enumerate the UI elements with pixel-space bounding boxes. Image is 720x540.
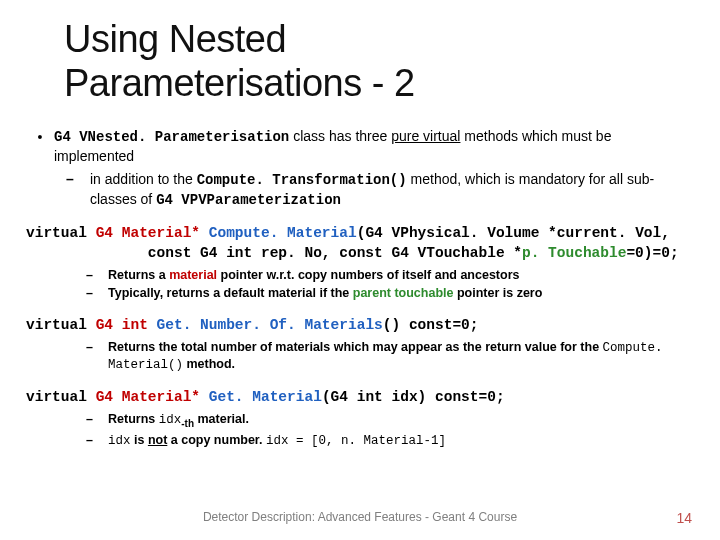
sig3-note1: – Returns idx-th material. (86, 411, 694, 430)
slide-title: Using Nested Parameterisations - 2 (64, 18, 694, 105)
class-name: G4 VNested. Parameterisation (54, 129, 289, 145)
idx-range: idx = [0, n. Material-1] (266, 434, 446, 448)
bullet-dash: – (86, 267, 108, 283)
params-l2c: =0)=0; (626, 245, 678, 261)
material-word: material (169, 268, 217, 282)
bullet-dash: – (86, 432, 108, 449)
intro-bullet: • G4 VNested. Parameterisation class has… (26, 127, 694, 166)
return-type: G4 Material* (96, 225, 200, 241)
t: material. (194, 412, 249, 426)
t: Returns the total number of materials wh… (108, 340, 603, 354)
method-name: Get. Material (200, 389, 322, 405)
sig1-note1: – Returns a material pointer w.r.t. copy… (86, 267, 694, 283)
signature-compute-material: virtual G4 Material* Compute. Material(G… (26, 224, 694, 263)
t: method. (183, 357, 235, 371)
t: Typically, returns a default material if… (108, 286, 353, 300)
note-text: idx is not a copy number. idx = [0, n. M… (108, 432, 446, 449)
t: is (131, 433, 148, 447)
bullet-dash: – (66, 170, 90, 210)
note-text: Returns the total number of materials wh… (108, 339, 694, 374)
slide-body: Using Nested Parameterisations - 2 • G4 … (0, 0, 720, 540)
parent-touchable: parent touchable (353, 286, 454, 300)
sig1-note2: – Typically, returns a default material … (86, 285, 694, 301)
sig3-note2: – idx is not a copy number. idx = [0, n.… (86, 432, 694, 449)
footer-text: Detector Description: Advanced Features … (0, 510, 720, 524)
sig2-note1: – Returns the total number of materials … (86, 339, 694, 374)
idx-code: idx (159, 413, 182, 427)
t: pointer is zero (453, 286, 542, 300)
compute-transformation: Compute. Transformation() (197, 172, 407, 188)
intro-sub-bullet: – in addition to the Compute. Transforma… (66, 170, 694, 210)
not-word: not (148, 433, 167, 447)
bullet-dash: – (86, 285, 108, 301)
method-name: Get. Number. Of. Materials (148, 317, 383, 333)
sub-prefix: in addition to the (90, 171, 197, 187)
idx-code: idx (108, 434, 131, 448)
intro-rest: class has three (289, 128, 391, 144)
signature-get-number: virtual G4 int Get. Number. Of. Material… (26, 316, 694, 336)
t: pointer w.r.t. copy numbers of itself an… (217, 268, 519, 282)
intro-sub-text: in addition to the Compute. Transformati… (90, 170, 694, 210)
params: (G4 int idx) const=0; (322, 389, 505, 405)
params-l2a: const G4 int rep. No, const G4 VTouchabl… (26, 245, 522, 261)
t: Returns (108, 412, 159, 426)
signature-get-material: virtual G4 Material* Get. Material(G4 in… (26, 388, 694, 408)
kw-virtual: virtual (26, 389, 96, 405)
base-class: G4 VPVParameterization (156, 192, 341, 208)
pure-virtual: pure virtual (391, 128, 460, 144)
return-type: G4 Material* (96, 389, 200, 405)
th-suffix: -th (181, 418, 194, 429)
note-text: Returns a material pointer w.r.t. copy n… (108, 267, 519, 283)
bullet-dot: • (26, 127, 54, 166)
note-text: Typically, returns a default material if… (108, 285, 542, 301)
kw-virtual: virtual (26, 225, 96, 241)
bullet-dash: – (86, 339, 108, 374)
param-touchable: p. Touchable (522, 245, 626, 261)
params: () const=0; (383, 317, 479, 333)
title-line-2: Parameterisations - 2 (64, 62, 415, 104)
title-line-1: Using Nested (64, 18, 286, 60)
method-name: Compute. Material (200, 225, 357, 241)
note-text: Returns idx-th material. (108, 411, 249, 430)
t: a copy number. (167, 433, 266, 447)
kw-virtual: virtual (26, 317, 96, 333)
bullet-dash: – (86, 411, 108, 430)
page-number: 14 (676, 510, 692, 526)
t: Returns a (108, 268, 169, 282)
return-type: G4 int (96, 317, 148, 333)
params-l1: (G4 VPhysical. Volume *current. Vol, (357, 225, 670, 241)
intro-text: G4 VNested. Parameterisation class has t… (54, 127, 694, 166)
